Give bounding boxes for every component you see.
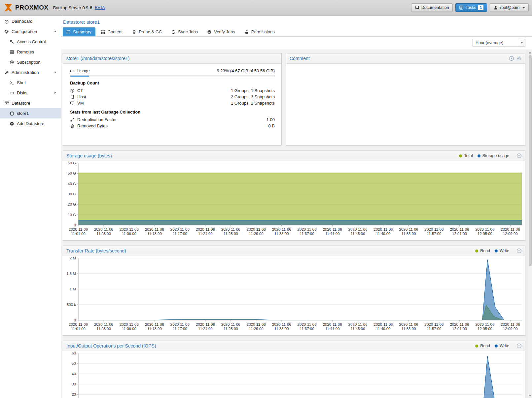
svg-text:11:53:00: 11:53:00 xyxy=(402,232,416,236)
svg-text:2020-11-06: 2020-11-06 xyxy=(196,322,215,326)
legend-read[interactable]: Read xyxy=(475,249,490,253)
legend-storage-usage[interactable]: Storage usage xyxy=(478,153,509,158)
sync-icon xyxy=(171,30,176,34)
usage-progress-bar xyxy=(70,75,275,77)
hard-drive-icon xyxy=(70,69,75,73)
edit-comment-icon[interactable] xyxy=(509,56,514,61)
trash-icon xyxy=(70,124,75,128)
documentation-button[interactable]: Documentation xyxy=(411,3,453,12)
summary-toolbar: Hour (average) xyxy=(61,37,532,49)
svg-text:60 G: 60 G xyxy=(68,161,76,165)
sidebar-item-label: Disks xyxy=(17,90,27,95)
combo-trigger[interactable] xyxy=(518,39,525,47)
svg-text:11:21:00: 11:21:00 xyxy=(198,327,213,331)
svg-text:2020-11-06: 2020-11-06 xyxy=(374,322,393,326)
svg-text:2020-11-06: 2020-11-06 xyxy=(170,227,190,231)
tasks-button[interactable]: Tasks 1 xyxy=(455,3,487,12)
svg-text:2020-11-06: 2020-11-06 xyxy=(247,322,266,326)
svg-text:11:09:00: 11:09:00 xyxy=(122,327,136,331)
collapse-icon[interactable] xyxy=(516,153,522,158)
host-count-row: Host 2 Groups, 3 Snapshots xyxy=(70,94,275,100)
svg-text:11:09:00: 11:09:00 xyxy=(122,232,136,236)
usage-value: 9.23% (4.67 GiB of 50.56 GiB) xyxy=(217,68,275,73)
svg-text:2020-11-06: 2020-11-06 xyxy=(475,322,494,326)
legend-total[interactable]: Total xyxy=(459,153,473,158)
chart-title: Transfer Rate (bytes/second) xyxy=(66,248,126,253)
svg-text:2020-11-06: 2020-11-06 xyxy=(272,227,291,231)
svg-text:2020-11-06: 2020-11-06 xyxy=(94,322,113,326)
tab-verify-jobs[interactable]: Verify Jobs xyxy=(204,27,239,36)
sidebar-item-disks[interactable]: Disks xyxy=(0,88,61,98)
svg-text:12:01:00: 12:01:00 xyxy=(452,232,467,236)
scroll-up-arrow-icon[interactable] xyxy=(528,50,532,55)
sidebar-item-configuration[interactable]: Configuration xyxy=(0,26,61,37)
legend-label: Read xyxy=(480,249,490,253)
row-value: 1.00 xyxy=(266,117,275,122)
vm-count-row: VM 1 Groups, 1 Snapshots xyxy=(70,100,275,106)
sidebar-item-label: Administration xyxy=(12,70,39,75)
svg-text:2020-11-06: 2020-11-06 xyxy=(399,322,418,326)
tab-label: Permissions xyxy=(251,29,275,34)
sidebar-item-dashboard[interactable]: Dashboard xyxy=(0,16,61,26)
chevron-down-icon xyxy=(520,42,523,44)
legend-write[interactable]: Write xyxy=(495,249,509,253)
collapse-icon[interactable] xyxy=(516,343,522,348)
sidebar-item-access-control[interactable]: Access Control xyxy=(0,37,61,47)
svg-text:11:05:00: 11:05:00 xyxy=(96,327,111,331)
sidebar-item-label: Configuration xyxy=(12,29,37,34)
svg-text:30: 30 xyxy=(72,382,76,386)
svg-text:11:45:00: 11:45:00 xyxy=(351,232,365,236)
svg-text:2020-11-06: 2020-11-06 xyxy=(94,227,113,231)
sidebar-item-shell[interactable]: Shell xyxy=(0,78,61,88)
book-icon xyxy=(66,30,71,34)
sidebar-item-label: Shell xyxy=(17,80,26,85)
sidebar-item-datastore[interactable]: Datastore xyxy=(0,98,61,108)
sidebar-item-store1[interactable]: store1 xyxy=(0,108,61,118)
transfer-rate-chart-panel: Transfer Rate (bytes/second) Read Write xyxy=(63,246,525,336)
svg-text:2020-11-06: 2020-11-06 xyxy=(298,322,317,326)
svg-text:11:57:00: 11:57:00 xyxy=(427,232,442,236)
sidebar-item-add-datastore[interactable]: Add Datastore xyxy=(0,118,61,129)
time-range-select[interactable]: Hour (average) xyxy=(473,39,525,47)
svg-text:40: 40 xyxy=(72,372,76,376)
collapse-icon[interactable] xyxy=(516,248,522,253)
chart-title: Input/Output Operations per Second (IOPS… xyxy=(66,343,156,348)
svg-text:60: 60 xyxy=(72,351,76,355)
beta-link[interactable]: BETA xyxy=(95,5,105,10)
book-icon xyxy=(415,5,419,10)
sidebar-item-subscription[interactable]: Subscription xyxy=(0,57,61,67)
vertical-scrollbar[interactable] xyxy=(528,50,532,398)
gears-icon xyxy=(4,29,9,34)
legend-write[interactable]: Write xyxy=(495,344,509,348)
chevron-right-icon[interactable] xyxy=(53,90,57,95)
sidebar-item-label: Subscription xyxy=(17,60,41,65)
svg-text:2020-11-06: 2020-11-06 xyxy=(298,227,317,231)
svg-text:11:01:00: 11:01:00 xyxy=(71,232,86,236)
svg-text:1 M: 1 M xyxy=(70,287,76,291)
legend-read[interactable]: Read xyxy=(475,344,490,348)
chevron-down-icon[interactable] xyxy=(53,70,57,75)
svg-text:11:37:00: 11:37:00 xyxy=(300,232,314,236)
gear-icon[interactable] xyxy=(516,56,522,61)
panel-title: Comment xyxy=(290,56,310,61)
storage-usage-chart: 010 G20 G30 G40 G50 G60 G2020-11-0611:01… xyxy=(63,161,525,240)
svg-text:11:53:00: 11:53:00 xyxy=(402,327,416,331)
legend-dot xyxy=(495,345,498,348)
svg-text:50: 50 xyxy=(72,361,76,365)
tab-permissions[interactable]: Permissions xyxy=(241,27,279,36)
tab-summary[interactable]: Summary xyxy=(63,27,95,36)
user-menu-button[interactable]: root@pam xyxy=(490,3,529,12)
svg-text:2020-11-06: 2020-11-06 xyxy=(221,227,240,231)
sidebar-item-administration[interactable]: Administration xyxy=(0,67,61,78)
trash-icon xyxy=(132,30,136,34)
tab-content[interactable]: Content xyxy=(97,27,127,36)
comment-panel: Comment xyxy=(286,53,525,146)
scrollbar-thumb[interactable] xyxy=(529,55,532,266)
scroll-down-arrow-icon[interactable] xyxy=(528,393,532,398)
building-icon xyxy=(70,95,75,99)
svg-text:12:01:00: 12:01:00 xyxy=(452,327,467,331)
tab-prune-gc[interactable]: Prune & GC xyxy=(128,27,166,36)
chevron-down-icon[interactable] xyxy=(53,29,57,34)
sidebar-item-remotes[interactable]: Remotes xyxy=(0,47,61,57)
tab-sync-jobs[interactable]: Sync Jobs xyxy=(168,27,202,36)
